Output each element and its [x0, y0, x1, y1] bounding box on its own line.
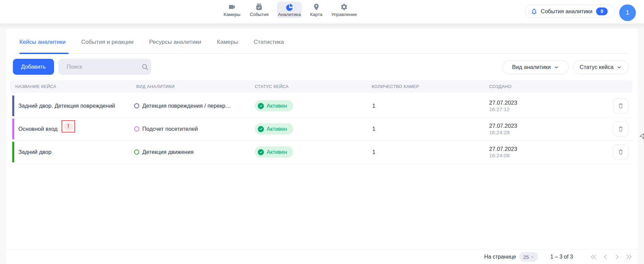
- search-box[interactable]: [58, 59, 151, 75]
- page: Камеры События Аналитика Карта Управлени…: [0, 0, 644, 264]
- tabs: Кейсы аналитики События и реакции Ресурс…: [19, 39, 284, 46]
- table-header: НАЗВАНИЕ КЕЙСА ВИД АНАЛИТИКИ СТАТУС КЕЙС…: [10, 80, 632, 93]
- created-date: 27.07.2023: [489, 99, 517, 106]
- filter-case-status-label: Статус кейса: [580, 64, 614, 70]
- check-icon: [258, 149, 264, 155]
- analytics-type: Подсчет посетителей: [134, 118, 198, 140]
- trash-icon: [618, 149, 624, 155]
- nav-item-map[interactable]: Карта: [309, 2, 323, 18]
- created-time: 16:24:28: [489, 129, 509, 136]
- col-header-created: СОЗДАНО: [489, 80, 512, 93]
- delete-button[interactable]: [613, 121, 628, 137]
- col-header-camera-count: КОЛИЧЕСТВО КАМЕР: [372, 80, 419, 93]
- next-page-button[interactable]: [613, 253, 621, 261]
- events-icon: [255, 3, 263, 11]
- per-page-select[interactable]: 25: [519, 252, 538, 262]
- case-name: Основной вход: [18, 118, 58, 140]
- nav-item-events[interactable]: События: [249, 2, 270, 18]
- search-icon: [141, 63, 149, 71]
- chevron-down-icon: [554, 65, 559, 70]
- status-badge: Активен: [255, 123, 293, 135]
- case-name: Задний двор: [18, 141, 51, 163]
- analytics-type: Детекция повреждения / перекр…: [134, 94, 231, 117]
- camera-count: 1: [372, 94, 375, 117]
- tab-analytics-resources[interactable]: Ресурсы аналитики: [149, 39, 201, 46]
- nav-item-management[interactable]: Управление: [330, 2, 358, 18]
- status-badge: Активен: [255, 146, 293, 158]
- nav-label-analytics: Аналитика: [278, 12, 301, 17]
- per-page-label: На странице: [484, 254, 516, 260]
- avatar[interactable]: 1: [619, 4, 636, 21]
- chevron-down-icon: [531, 255, 534, 259]
- camera-count: 1: [372, 118, 375, 140]
- content-card: Кейсы аналитики События и реакции Ресурс…: [6, 29, 638, 264]
- nav-label-events: События: [250, 12, 269, 17]
- nav-item-analytics[interactable]: Аналитика: [277, 2, 302, 18]
- table-body: Задний двор. Детекция повреждений Детекц…: [10, 94, 632, 164]
- col-header-case-status: СТАТУС КЕЙСА: [255, 80, 289, 93]
- pagination-range: 1 – 3 of 3: [550, 254, 573, 260]
- created-date: 27.07.2023: [489, 145, 517, 152]
- filter-case-status[interactable]: Статус кейса: [573, 60, 628, 74]
- chevron-down-icon: [617, 65, 622, 70]
- delete-button[interactable]: [613, 98, 628, 113]
- tab-analytics-cases[interactable]: Кейсы аналитики: [19, 39, 66, 46]
- camera-icon: [228, 3, 236, 11]
- nav-label-management: Управление: [331, 12, 357, 17]
- search-input[interactable]: [58, 64, 141, 70]
- analytics-events-button[interactable]: События аналитики 0: [525, 5, 615, 18]
- prev-page-button[interactable]: [602, 253, 609, 261]
- tab-cameras[interactable]: Камеры: [217, 39, 238, 46]
- col-header-case-name: НАЗВАНИЕ КЕЙСА: [15, 80, 56, 93]
- top-nav: Камеры События Аналитика Карта Управлени…: [0, 0, 644, 23]
- created-cell: 27.07.2023 16:24:28: [489, 118, 517, 140]
- last-page-button[interactable]: [625, 253, 633, 261]
- row-accent-bar: [12, 119, 14, 139]
- created-cell: 27.07.2023 16:27:12: [489, 94, 517, 117]
- table-row[interactable]: Задний двор Детекция движения Активен 1 …: [10, 141, 632, 164]
- case-status: Активен: [255, 118, 293, 140]
- filter-analytics-type[interactable]: Вид аналитики: [502, 60, 569, 74]
- pagination-bar: На странице 25 1 – 3 of 3: [6, 250, 638, 264]
- tabs-divider: [16, 53, 628, 54]
- alert-icon: !: [64, 122, 73, 131]
- table-row[interactable]: Задний двор. Детекция повреждений Детекц…: [10, 94, 632, 118]
- table-row[interactable]: Основной вход ! Подсчет посетителей Акти…: [10, 118, 632, 141]
- analytics-type-ring-icon: [134, 149, 139, 155]
- analytics-events-label: События аналитики: [541, 8, 592, 15]
- mouse-cursor: [639, 133, 644, 140]
- created-time: 16:27:12: [489, 106, 509, 113]
- delete-button[interactable]: [613, 144, 628, 160]
- row-accent-bar: [12, 95, 14, 116]
- analytics-type-ring-icon: [134, 126, 139, 131]
- add-button[interactable]: Добавить: [13, 59, 54, 75]
- nav-shadow-strip: [0, 23, 644, 29]
- case-status: Активен: [255, 94, 293, 117]
- analytics-type: Детекция движения: [134, 141, 194, 163]
- trash-icon: [618, 126, 624, 132]
- case-name: Задний двор. Детекция повреждений: [18, 94, 115, 117]
- created-date: 27.07.2023: [489, 122, 517, 129]
- created-cell: 27.07.2023 16:24:08: [489, 141, 517, 163]
- analytics-icon: [285, 3, 293, 11]
- check-icon: [258, 126, 264, 132]
- map-pin-icon: [312, 3, 320, 11]
- analytics-type-ring-icon: [134, 103, 139, 108]
- row-accent-bar: [12, 142, 14, 162]
- nav-label-management-map: Карта: [310, 12, 322, 17]
- per-page-value: 25: [523, 254, 529, 260]
- check-icon: [258, 103, 264, 109]
- first-page-button[interactable]: [590, 253, 597, 261]
- alert-highlight-box: !: [61, 120, 75, 133]
- case-status: Активен: [255, 141, 293, 163]
- trash-icon: [618, 103, 624, 109]
- tab-events-reactions[interactable]: События и реакции: [81, 39, 133, 46]
- nav-item-cameras[interactable]: Камеры: [222, 2, 241, 18]
- bell-icon: [531, 8, 538, 15]
- nav-label-cameras: Камеры: [223, 12, 240, 17]
- status-badge: Активен: [255, 100, 293, 111]
- created-time: 16:24:08: [489, 152, 509, 159]
- events-count-badge: 0: [596, 7, 608, 15]
- filter-analytics-type-label: Вид аналитики: [512, 64, 551, 70]
- tab-statistics[interactable]: Статистика: [254, 39, 284, 46]
